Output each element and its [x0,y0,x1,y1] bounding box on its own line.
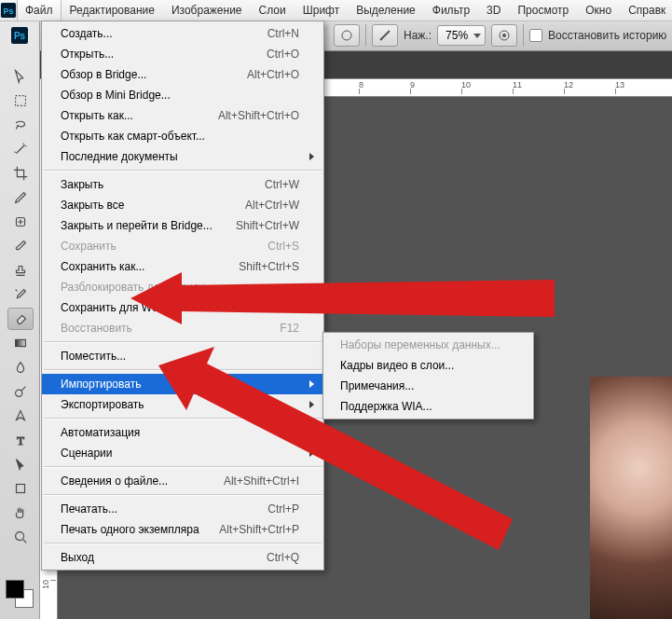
menuitem--[interactable]: Открыть как смарт-объект... [42,126,323,146]
opacity-select[interactable]: 75% [437,25,486,46]
shape-tool-icon[interactable] [7,477,34,500]
foreground-color-swatch[interactable] [6,580,24,598]
submenuitem-label: Кадры видео в слои... [340,359,516,372]
menuitem-label: Автоматизация [61,426,299,439]
menu-выделение[interactable]: Выделение [348,0,424,21]
import-submenu: Наборы переменных данных...Кадры видео в… [322,332,534,420]
svg-point-14 [502,34,506,37]
menuitem--[interactable]: Открыть как...Alt+Shift+Ctrl+O [42,105,323,126]
submenu-arrow-icon [309,449,314,457]
eraser-tool-icon[interactable] [7,308,34,330]
menuitem-label: Печатать... [61,502,267,516]
crop-tool-icon[interactable] [7,162,34,185]
move-tool-icon[interactable] [7,65,34,88]
menuitem--[interactable]: Поместить... [42,346,323,366]
menuitem--[interactable]: Сохранить как...Shift+Ctrl+S [42,256,323,277]
menuitem--[interactable]: Закрыть всеAlt+Ctrl+W [42,195,323,215]
menu-просмотр[interactable]: Просмотр [509,0,577,21]
menu-separator [44,543,322,544]
menu-редактирование[interactable]: Редактирование [62,0,163,21]
menuitem-label: Поместить... [61,350,299,363]
menuitem--[interactable]: Сценарии [42,443,323,463]
menuitem-shortcut: Ctrl+W [265,178,299,191]
dodge-tool-icon[interactable] [7,380,34,403]
zoom-tool-icon[interactable] [7,526,34,548]
menuitem-shortcut: Ctrl+O [267,48,299,61]
menuitem--[interactable]: Импортировать [42,374,323,394]
color-swatch[interactable] [6,580,34,608]
menuitem--[interactable]: ЗакрытьCtrl+W [42,174,323,195]
menuitem-label: Сохранить [61,240,267,253]
menuitem-shortcut: Alt+Shift+Ctrl+P [219,523,299,536]
gradient-tool-icon[interactable] [7,332,34,354]
svg-rect-4 [16,96,26,106]
menuitem-label: Печать одного экземпляра [61,523,219,536]
menuitem--bridge-[interactable]: Закрыть и перейти в Bridge...Shift+Ctrl+… [42,215,323,236]
menu-шрифт[interactable]: Шрифт [295,0,348,21]
ps-logo-icon: Ps [0,0,17,21]
airbrush-icon[interactable] [372,24,398,47]
menu-окно[interactable]: Окно [577,0,620,21]
brush-preset-icon[interactable] [334,24,360,47]
svg-text:Ps: Ps [3,7,13,16]
submenuitem--[interactable]: Кадры видео в слои... [323,355,533,376]
menuitem-shortcut: Alt+Shift+Ctrl+S [219,301,299,314]
menuitem-shortcut: Ctrl+N [267,27,299,40]
menuitem--[interactable]: ВыходCtrl+Q [42,547,323,568]
menuitem--[interactable]: Экспортировать [42,394,323,415]
menuitem-shortcut: Alt+Shift+Ctrl+I [224,475,299,488]
svg-point-12 [380,38,382,40]
submenu-arrow-icon [309,401,314,408]
menuitem--mini-bridge-[interactable]: Обзор в Mini Bridge... [42,85,323,105]
pressure-opacity-icon[interactable] [491,24,517,47]
menuitem--[interactable]: Сведения о файле...Alt+Shift+Ctrl+I [42,471,323,491]
menu-3d[interactable]: 3D [478,0,509,21]
file-menu: Создать...Ctrl+NОткрыть...Ctrl+OОбзор в … [41,21,324,571]
menuitem-label: Обзор в Bridge... [61,68,247,81]
menuitem--: Разблокировать для записи... [42,277,323,297]
menuitem--web-[interactable]: Сохранить для Web...Alt+Shift+Ctrl+S [42,297,323,318]
menuitem--[interactable]: Последние документы [42,146,323,167]
menu-separator [44,418,322,420]
menuitem-label: Сведения о файле... [61,475,224,488]
menuitem--[interactable]: Печатать...Ctrl+P [42,499,323,519]
history-brush-tool-icon[interactable] [7,283,34,306]
menu-separator [44,466,322,468]
menuitem-shortcut: Alt+Ctrl+O [247,68,299,81]
divider [523,24,524,47]
menu-файл[interactable]: Файл [17,0,62,21]
menuitem--[interactable]: Открыть...Ctrl+O [42,44,323,64]
blur-tool-icon[interactable] [7,356,34,378]
menu-слои[interactable]: Слои [251,0,295,21]
stamp-tool-icon[interactable] [7,259,34,282]
wand-tool-icon[interactable] [7,138,34,160]
path-select-tool-icon[interactable] [7,453,34,475]
marquee-tool-icon[interactable] [7,89,34,112]
menuitem--[interactable]: Печать одного экземпляраAlt+Shift+Ctrl+P [42,519,323,540]
menuitem--[interactable]: Автоматизация [42,422,323,443]
submenuitem-label: Поддержка WIA... [340,400,516,413]
submenuitem--wia-[interactable]: Поддержка WIA... [323,396,533,417]
svg-text:T: T [17,434,24,447]
menu-фильтр[interactable]: Фильтр [424,0,478,21]
restore-history-checkbox[interactable] [529,29,542,42]
heal-tool-icon[interactable] [7,211,34,233]
divider [365,24,366,47]
hand-tool-icon[interactable] [7,502,34,524]
menuitem--: ВосстановитьF12 [42,318,323,338]
menuitem--: СохранитьCtrl+S [42,236,323,256]
brush-tool-icon[interactable] [7,235,34,257]
document-image [590,377,672,619]
ruler-h-label: 11 [513,80,522,89]
submenuitem--[interactable]: Примечания... [323,376,533,396]
menu-справк[interactable]: Справк [620,0,672,21]
type-tool-icon[interactable]: T [7,429,34,451]
menuitem-label: Обзор в Mini Bridge... [61,89,299,102]
menu-изображение[interactable]: Изображение [163,0,251,21]
menuitem--bridge-[interactable]: Обзор в Bridge...Alt+Ctrl+O [42,64,323,85]
lasso-tool-icon[interactable] [7,114,34,136]
eyedropper-tool-icon[interactable] [7,186,34,209]
menuitem--[interactable]: Создать...Ctrl+N [42,23,323,44]
pen-tool-icon[interactable] [7,405,34,427]
menuitem-shortcut: F12 [280,322,299,335]
